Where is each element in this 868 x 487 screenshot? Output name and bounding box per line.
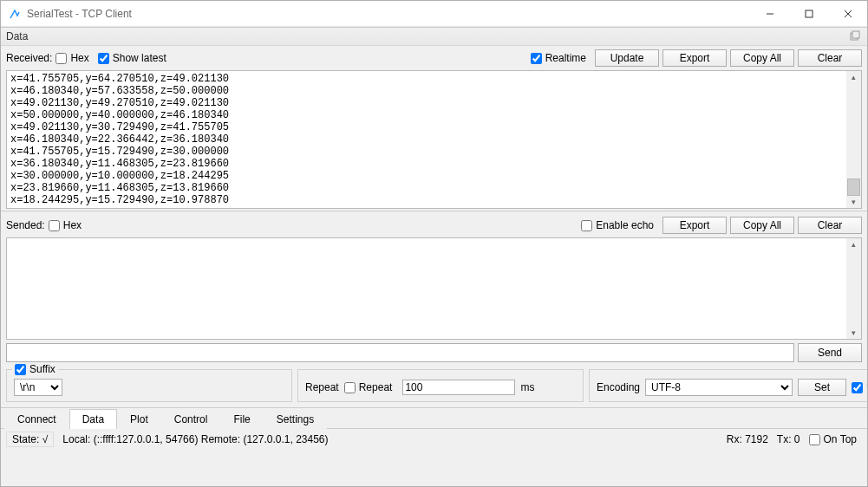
tab-data[interactable]: Data bbox=[69, 409, 117, 429]
received-textarea[interactable]: x=41.755705,y=64.270510,z=49.021130 x=46… bbox=[6, 70, 862, 209]
encoding-legend: Encoding bbox=[597, 381, 640, 393]
panel-header: Data bbox=[1, 27, 867, 46]
minimize-button[interactable] bbox=[750, 1, 789, 26]
tab-settings[interactable]: Settings bbox=[264, 409, 327, 429]
close-button[interactable] bbox=[828, 1, 867, 26]
sended-scrollbar[interactable]: ▴ ▾ bbox=[846, 238, 861, 339]
update-button[interactable]: Update bbox=[595, 49, 659, 67]
received-scrollbar[interactable]: ▴ ▾ bbox=[846, 71, 861, 208]
received-export-button[interactable]: Export bbox=[662, 49, 727, 67]
app-icon bbox=[8, 7, 22, 21]
sended-export-button[interactable]: Export bbox=[662, 217, 727, 234]
svg-rect-1 bbox=[806, 10, 813, 17]
popout-icon[interactable] bbox=[850, 30, 862, 42]
repeat-unit: ms bbox=[520, 381, 534, 393]
sended-label: Sended: bbox=[6, 219, 45, 231]
status-state: State: √ bbox=[6, 432, 54, 447]
splitter[interactable] bbox=[1, 211, 867, 211]
status-rx: Rx: 7192 bbox=[727, 433, 768, 445]
encoding-select[interactable]: UTF-8 bbox=[645, 379, 793, 396]
enable-echo-checkbox[interactable]: Enable echo bbox=[581, 219, 654, 231]
sended-textarea[interactable]: ▴ ▾ bbox=[6, 237, 862, 340]
repeat-checkbox[interactable]: Repeat bbox=[344, 381, 393, 393]
status-bar: State: √ Local: (::ffff:127.0.0.1, 54766… bbox=[1, 429, 867, 450]
on-top-checkbox[interactable]: On Top bbox=[809, 433, 857, 445]
option-groups: Suffix \r\n Repeat Repeat ms Encoding UT… bbox=[1, 366, 867, 407]
suffix-checkbox[interactable]: Suffix bbox=[12, 363, 58, 375]
sended-hex-checkbox[interactable]: Hex bbox=[49, 219, 82, 231]
tab-file[interactable]: File bbox=[220, 409, 263, 429]
send-input[interactable] bbox=[6, 343, 794, 362]
repeat-value[interactable] bbox=[402, 380, 515, 395]
panel-title: Data bbox=[6, 30, 28, 42]
received-label: Received: bbox=[6, 52, 52, 64]
main-tabs: ConnectDataPlotControlFileSettings bbox=[1, 407, 867, 429]
send-row: Send bbox=[1, 340, 867, 366]
received-clear-button[interactable]: Clear bbox=[798, 49, 862, 67]
scroll-down-icon[interactable]: ▾ bbox=[852, 198, 856, 206]
scroll-down-icon[interactable]: ▾ bbox=[852, 328, 856, 337]
encoding-set-button[interactable]: Set bbox=[798, 379, 846, 396]
svg-rect-5 bbox=[852, 31, 859, 38]
encoding-group: Encoding UTF-8 Set Unescape bbox=[589, 369, 868, 402]
scroll-thumb[interactable] bbox=[847, 179, 860, 196]
received-toolbar: Received: Hex Show latest Realtime Updat… bbox=[1, 46, 867, 70]
scroll-up-icon[interactable]: ▴ bbox=[852, 73, 856, 81]
tab-plot[interactable]: Plot bbox=[117, 409, 161, 429]
window-title: SerialTest - TCP Client bbox=[27, 8, 750, 20]
realtime-checkbox[interactable]: Realtime bbox=[531, 52, 586, 64]
sended-copy-button[interactable]: Copy All bbox=[730, 217, 794, 234]
status-connection: Local: (::ffff:127.0.0.1, 54766) Remote:… bbox=[62, 433, 328, 445]
show-latest-checkbox[interactable]: Show latest bbox=[98, 52, 166, 64]
status-tx: Tx: 0 bbox=[777, 433, 800, 445]
tab-connect[interactable]: Connect bbox=[4, 409, 69, 429]
sended-clear-button[interactable]: Clear bbox=[798, 217, 862, 234]
sended-toolbar: Sended: Hex Enable echo Export Copy All … bbox=[1, 213, 867, 237]
repeat-legend: Repeat bbox=[305, 381, 339, 393]
suffix-select[interactable]: \r\n bbox=[14, 379, 62, 396]
received-copy-button[interactable]: Copy All bbox=[730, 49, 794, 67]
received-text-content: x=41.755705,y=64.270510,z=49.021130 x=46… bbox=[7, 71, 846, 208]
unescape-checkbox[interactable]: Unescape bbox=[852, 381, 868, 393]
titlebar: SerialTest - TCP Client bbox=[1, 1, 867, 27]
tab-control[interactable]: Control bbox=[161, 409, 221, 429]
suffix-group: Suffix \r\n bbox=[6, 369, 292, 402]
maximize-button[interactable] bbox=[789, 1, 828, 26]
scroll-up-icon[interactable]: ▴ bbox=[852, 240, 856, 249]
received-hex-checkbox[interactable]: Hex bbox=[55, 52, 88, 64]
repeat-group: Repeat Repeat ms bbox=[297, 369, 584, 402]
send-button[interactable]: Send bbox=[798, 343, 862, 362]
